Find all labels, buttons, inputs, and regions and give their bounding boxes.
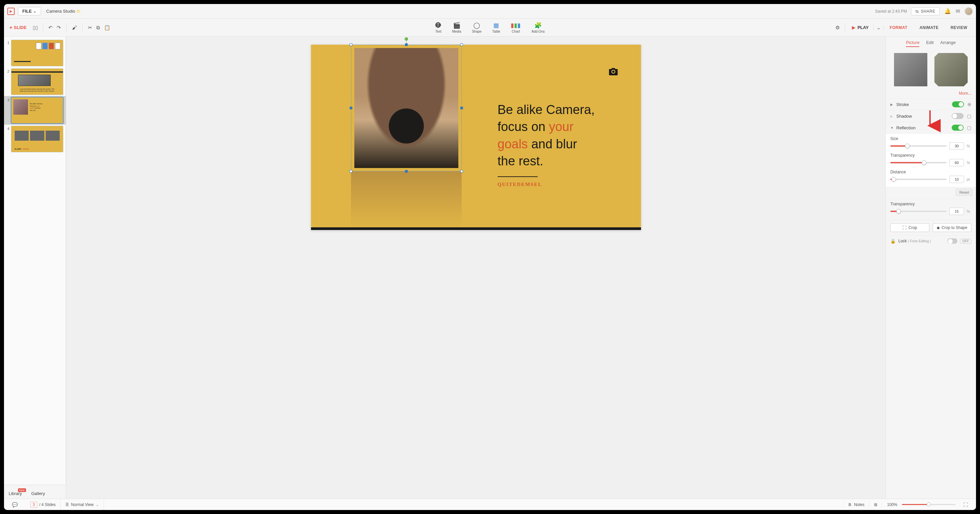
cut-icon[interactable]: ✂ [86,23,94,32]
resize-handle-tr[interactable] [460,43,463,46]
quote-author: QUITEDEMSEL [498,181,614,187]
quote-text[interactable]: Be alike Camera, focus on your goals and… [498,101,614,187]
reflection-transparency-slider[interactable] [890,162,947,163]
mail-icon[interactable]: ✉ [956,8,960,14]
reflection-transparency-input[interactable]: 60 [949,159,964,166]
canvas[interactable]: Be alike Camera, focus on your goals and… [66,37,885,499]
insert-table-button[interactable]: ▦Table [492,22,500,33]
shadow-toggle[interactable] [952,113,964,119]
transparency-input[interactable]: 15 [949,208,964,215]
resize-handle-tl[interactable] [350,43,352,46]
resize-handle-bl[interactable] [350,170,352,173]
bell-icon[interactable]: 🔔 [944,8,951,14]
outer-transparency-row: Transparency 15 % [886,199,976,216]
title-bar: FILE Camera Studio Saved at 2:43 PM ⇆SHA… [4,4,976,19]
stroke-row[interactable]: ▶ Stroke ⊕ [886,98,976,110]
tab-review[interactable]: REVIEW [945,25,973,30]
tab-format[interactable]: FORMAT [884,25,913,30]
resize-handle-br[interactable] [460,170,463,173]
total-slides: / 4 Slides [39,502,56,507]
reflection-distance-input[interactable]: 10 [949,176,964,183]
subtab-picture[interactable]: Picture [906,40,920,47]
comments-icon[interactable]: 💬 [9,502,21,507]
tab-animate[interactable]: ANIMATE [913,25,944,30]
more-styles-link[interactable]: More... [886,90,976,98]
stroke-settings-icon[interactable]: ⊕ [967,102,971,107]
quote-divider [498,176,538,177]
crop-to-shape-button[interactable]: ◆Crop to Shape [933,223,972,232]
lock-icon: 🔒 [890,239,896,243]
style-preview-2[interactable] [934,53,968,86]
reset-button[interactable]: Reset [956,189,973,196]
reflection-size-slider[interactable] [890,145,947,146]
transparency-slider[interactable] [890,211,947,212]
thumbnail-2[interactable]: 2 Look and think before opening the shut… [4,67,66,96]
left-column: 1 2 Look and think before opening the sh… [4,37,66,499]
reflection-row[interactable]: ▼ Reflection ▢ [886,122,976,133]
thumbnail-4[interactable]: 4 BLURRYFOCUS [4,125,66,153]
reflection-toggle[interactable] [952,125,964,130]
add-slide-button[interactable]: SLIDE [7,23,29,32]
crop-icon: ⛶ [902,225,906,230]
format-painter-icon[interactable]: 🖌 [70,23,79,32]
resize-handle-t[interactable] [405,43,408,46]
reflection-distance-slider[interactable] [890,179,947,180]
caret-right-icon: ▶ [890,115,894,118]
reflection-size-input[interactable]: 30 [949,142,964,150]
fit-to-screen-icon[interactable]: ⛶ [960,502,971,507]
undo-icon[interactable]: ↶ [46,23,55,32]
stroke-toggle[interactable] [952,101,964,107]
resize-handle-r[interactable] [460,107,463,109]
share-button[interactable]: ⇆SHARE [911,7,940,15]
insert-shape-button[interactable]: ◯Shape [472,22,482,33]
resize-handle-l[interactable] [350,107,352,109]
thumbnail-3[interactable]: 3 Be alike Camera,focus on yourgoals and… [4,96,66,125]
tab-library[interactable]: LibraryNew [4,489,27,499]
thumbnail-1[interactable]: 1 [4,39,66,67]
settings-icon[interactable]: ⚙ [833,23,842,32]
copy-icon[interactable]: ⧉ [94,23,102,32]
crop-shape-icon: ◆ [937,225,940,230]
view-mode-selector[interactable]: ☰ Normal View ⌄ [60,499,104,510]
insert-addons-button[interactable]: 🧩Add-Ons [531,22,544,33]
subtab-edit[interactable]: Edit [926,40,933,47]
document-title[interactable]: Camera Studio [46,9,81,14]
slide-3[interactable]: Be alike Camera, focus on your goals and… [311,45,641,230]
thumbnail-footer-tabs: LibraryNew Gallery [4,485,66,499]
insert-text-button[interactable]: 🅣Text [435,22,441,33]
caret-down-icon: ▼ [890,126,894,130]
resize-handle-b[interactable] [405,170,408,173]
share-icon: ⇆ [915,9,919,14]
media-icon: 🎬 [453,22,460,29]
insert-chart-button[interactable]: ▮▮▮Chart [511,22,521,33]
grid-toggle[interactable]: ⊞ [869,502,882,507]
tab-gallery[interactable]: Gallery [27,489,50,499]
format-panel: Picture Edit Arrange More... ▶ Stroke ⊕ … [885,37,976,499]
caret-right-icon: ▶ [890,103,894,106]
insert-media-button[interactable]: 🎬Media [452,22,461,33]
rotate-handle[interactable] [405,37,408,41]
shadow-row[interactable]: ▶ Shadow ▢ [886,110,976,122]
shadow-preset-icon[interactable]: ▢ [967,113,971,119]
image-reflection [351,171,462,228]
selected-image[interactable] [351,45,462,171]
zoom-slider[interactable] [902,504,955,505]
reflection-preset-icon[interactable]: ▢ [967,125,971,130]
camera-icon [609,68,618,77]
notes-button[interactable]: 🗎 Notes [843,502,869,507]
crop-button[interactable]: ⛶Crop [890,223,929,232]
file-menu-button[interactable]: FILE [18,7,41,15]
paste-icon[interactable]: 📋 [102,23,112,32]
layout-icon[interactable]: ▯▯ [31,23,39,32]
subtab-arrange[interactable]: Arrange [940,40,956,47]
picture-style-previews [886,50,976,90]
redo-icon[interactable]: ↷ [55,23,63,32]
play-dropdown[interactable]: ⌄ [873,24,883,31]
current-slide-number[interactable]: 3 [30,502,37,508]
zoom-value[interactable]: 100% [887,502,897,507]
style-preview-1[interactable] [894,53,928,86]
lock-toggle[interactable] [947,238,957,243]
play-button[interactable]: PLAY [849,24,872,31]
avatar[interactable] [965,7,973,15]
lock-off-badge: OFF [960,239,971,243]
